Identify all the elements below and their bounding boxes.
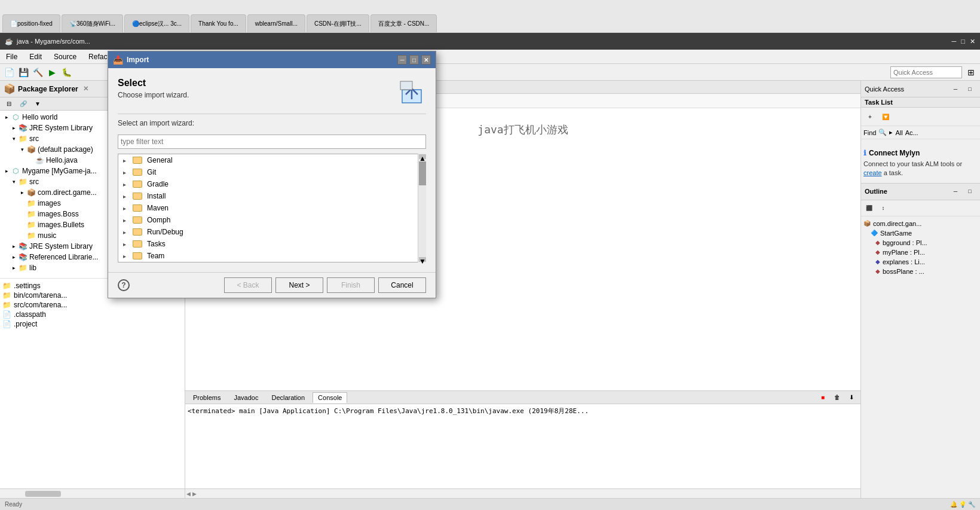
scroll-thumb[interactable]	[25, 491, 61, 497]
status-icons: 🔔 💡 🔧	[950, 501, 975, 508]
tree-label: images.Boss	[38, 210, 79, 218]
dialog-header-icon	[397, 78, 426, 106]
task-filter[interactable]: 🔽	[879, 110, 892, 123]
find-controls: Find 🔍 ▸ All Ac...	[863, 129, 978, 136]
file-icon: 📄	[2, 320, 11, 328]
browser-tab-6[interactable]: 百度文章 - CSDN...	[370, 14, 437, 32]
connect-link[interactable]: create	[863, 169, 882, 176]
dialog-close[interactable]: ✕	[421, 55, 431, 65]
field-icon: ◆	[875, 258, 880, 265]
project-icon: ⬡	[11, 112, 20, 122]
tab-javadoc[interactable]: Javadoc	[228, 392, 264, 403]
browser-tab-0[interactable]: 📄 position-fixed	[2, 14, 60, 32]
find-option-ac[interactable]: Ac...	[905, 129, 918, 136]
find-icon: 🔍	[878, 129, 887, 136]
sidebar-project[interactable]: 📄 .project	[0, 319, 185, 329]
outline-field-my[interactable]: ◆ myPlane : Pl...	[863, 248, 978, 257]
outline-maximize[interactable]: □	[963, 185, 976, 198]
tab-problems[interactable]: Problems	[188, 392, 226, 403]
outline-minimize[interactable]: ─	[949, 185, 962, 198]
list-item-git[interactable]: ▸ Git	[118, 166, 425, 178]
import-wizard-list[interactable]: ▸ General ▸ Git ▸ Gradle	[118, 154, 426, 262]
connect-mylyn-desc: Connect to your task ALM tools or create…	[863, 160, 978, 178]
scroll-up[interactable]: ▲	[419, 154, 426, 159]
outline-field-ex[interactable]: ◆ explanes : Li...	[863, 257, 978, 267]
tab-declaration[interactable]: Declaration	[266, 392, 310, 403]
console-terminate[interactable]: ■	[816, 391, 829, 404]
task-new[interactable]: +	[863, 110, 877, 123]
console-clear[interactable]: 🗑	[831, 391, 844, 404]
scroll-thumb[interactable]	[419, 161, 426, 185]
folder-icon: 📁	[2, 291, 11, 300]
console-scroll[interactable]: ⬇	[845, 391, 858, 404]
tree-label: src	[29, 178, 39, 186]
link-editor-btn[interactable]: 🔗	[17, 97, 30, 111]
quick-access-label: Quick Access	[865, 85, 904, 93]
find-option-all[interactable]: All	[895, 129, 902, 136]
browser-tab-4[interactable]: wblearn/Small...	[247, 14, 305, 32]
list-scrollbar[interactable]: ▲ ▼	[418, 154, 426, 262]
task-list-controls: ─ □	[949, 83, 976, 96]
list-item-team[interactable]: ▸ Team	[118, 250, 425, 262]
collapse-all-btn[interactable]: ⊟	[2, 97, 16, 111]
quick-access-input[interactable]	[890, 66, 962, 78]
arrow-icon: ▸	[123, 217, 130, 224]
cancel-button[interactable]: Cancel	[378, 277, 426, 293]
toolbar-perspective[interactable]: ⊞	[964, 66, 978, 79]
dialog-minimize[interactable]: ─	[397, 55, 407, 65]
back-button[interactable]: < Back	[224, 277, 272, 293]
outline-package[interactable]: 📦 com.direct.gan...	[863, 219, 978, 228]
outline-class[interactable]: 🔷 StartGame	[863, 228, 978, 238]
view-menu-btn[interactable]: ▼	[31, 97, 44, 111]
list-item-gradle[interactable]: ▸ Gradle	[118, 178, 425, 190]
dialog-maximize[interactable]: □	[409, 55, 419, 65]
list-item-run-debug[interactable]: ▸ Run/Debug	[118, 226, 425, 238]
outline-hide[interactable]: ⬛	[862, 201, 875, 215]
close-btn[interactable]: ✕	[970, 38, 975, 45]
browser-tabs: 📄 position-fixed 📡 360随身WiFi... 🔵 eclips…	[2, 0, 437, 32]
task-minimize[interactable]: ─	[949, 83, 962, 96]
import-dialog[interactable]: 📥 Import ─ □ ✕ Select Choose import wiza…	[108, 51, 436, 298]
task-list-title: Task List	[861, 97, 980, 108]
menu-file[interactable]: File	[2, 51, 21, 62]
import-wizard-icon	[397, 78, 426, 106]
list-item-install[interactable]: ▸ Install	[118, 190, 425, 202]
browser-tab-5[interactable]: CSDN-在拥IT技...	[307, 14, 369, 32]
arrow-icon: ▸	[123, 253, 130, 259]
toolbar-build[interactable]: 🔨	[31, 66, 44, 79]
finish-button[interactable]: Finish	[327, 277, 375, 293]
filter-input[interactable]	[118, 135, 426, 149]
sidebar-src[interactable]: 📁 src/com/tarena...	[0, 300, 185, 310]
menu-edit[interactable]: Edit	[26, 51, 45, 62]
sidebar-classpath[interactable]: 📄 .classpath	[0, 310, 185, 319]
toolbar-run[interactable]: ▶	[45, 66, 59, 79]
tab-console[interactable]: Console	[313, 392, 347, 403]
toolbar-new[interactable]: 📄	[2, 66, 16, 79]
minimize-btn[interactable]: ─	[952, 38, 957, 45]
browser-tab-1[interactable]: 📡 360随身WiFi...	[62, 14, 123, 32]
tree-label: Hello world	[22, 113, 57, 121]
folder-icon	[133, 169, 142, 176]
list-item-maven[interactable]: ▸ Maven	[118, 202, 425, 214]
help-button[interactable]: ?	[118, 279, 130, 291]
list-item-general[interactable]: ▸ General	[118, 154, 425, 166]
toolbar-save[interactable]: 💾	[17, 66, 30, 79]
console-scrollbar[interactable]: ◀ ▶	[185, 488, 860, 498]
task-maximize[interactable]: □	[963, 83, 976, 96]
console-tabs: Problems Javadoc Declaration Console ■ 🗑…	[185, 391, 860, 404]
maximize-btn[interactable]: □	[961, 38, 965, 45]
next-button[interactable]: Next >	[275, 277, 323, 293]
list-item-tasks[interactable]: ▸ Tasks	[118, 238, 425, 250]
browser-tab-3[interactable]: Thank You fo...	[191, 14, 246, 32]
scroll-down[interactable]: ▼	[419, 257, 426, 262]
close-panel-icon[interactable]: ✕	[83, 85, 88, 93]
list-item-oomph[interactable]: ▸ Oomph	[118, 214, 425, 226]
toolbar-debug[interactable]: 🐛	[60, 66, 73, 79]
menu-source[interactable]: Source	[50, 51, 80, 62]
outline-field-bg[interactable]: ◆ bgground : Pl...	[863, 238, 978, 248]
file-icon: 📄	[2, 310, 11, 319]
horizontal-scrollbar[interactable]	[0, 488, 185, 498]
outline-sort[interactable]: ↕	[877, 201, 890, 215]
browser-tab-2[interactable]: 🔵 eclipse汉... 3c...	[124, 14, 189, 32]
outline-field-boss[interactable]: ◆ bossPlane : ...	[863, 267, 978, 276]
